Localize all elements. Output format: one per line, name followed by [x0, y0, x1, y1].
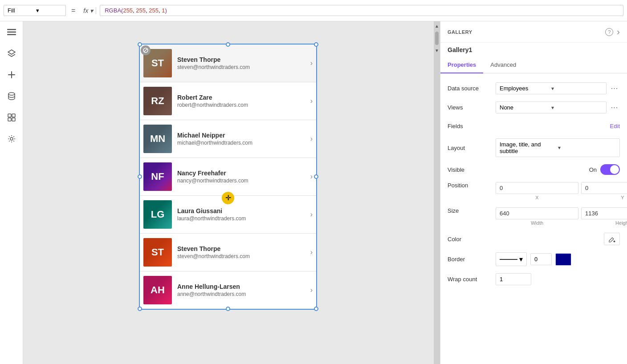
gallery-item[interactable]: AH Anne Hellung-Larsen anne@northwindtra… — [140, 271, 316, 309]
gallery-item[interactable]: ST Steven Thorpe steven@northwindtraders… — [140, 234, 316, 271]
gallery-item[interactable]: ST Steven Thorpe steven@northwindtraders… — [140, 44, 316, 82]
gallery-item-chevron-icon: › — [310, 248, 313, 256]
handle-top-left[interactable] — [138, 42, 142, 47]
fields-row: Fields Edit — [440, 117, 627, 135]
gallery-text: Michael Neipper michael@northwindtraders… — [177, 132, 307, 146]
gallery-item-name: Michael Neipper — [177, 132, 307, 139]
fill-dropdown[interactable]: Fill ▾ — [4, 5, 66, 16]
formula-text: RGBA(255, 255, 255, 1) — [105, 7, 167, 14]
scroll-down-arrow[interactable]: ▼ — [435, 47, 439, 54]
wrap-count-label: Wrap count — [448, 276, 492, 283]
border-line-preview — [500, 259, 517, 260]
views-dropdown[interactable]: None ▾ — [496, 101, 607, 113]
panel-title: GALLERY — [448, 29, 602, 35]
position-x-label: X — [496, 195, 578, 200]
border-row: Border ▾ — [440, 249, 627, 270]
layout-row: Layout Image, title, and subtitle ▾ — [440, 135, 627, 161]
tools-icon[interactable] — [4, 132, 19, 146]
formula-bar[interactable]: RGBA(255, 255, 255, 1) — [100, 5, 623, 16]
gallery-avatar: MN — [143, 125, 172, 153]
wrap-count-input[interactable] — [496, 273, 531, 285]
help-icon[interactable]: ? — [605, 28, 613, 36]
gallery-item-email: laura@northwindtraders.com — [177, 215, 307, 222]
handle-top-right[interactable] — [314, 42, 318, 47]
main-area: ST Steven Thorpe steven@northwindtraders… — [0, 21, 627, 364]
gallery-item[interactable]: NF Nancy Freehafer nancy@northwindtrader… — [140, 158, 316, 196]
svg-marker-3 — [8, 50, 15, 54]
gallery-item-email: nancy@northwindtraders.com — [177, 178, 307, 184]
svg-rect-7 — [8, 114, 11, 117]
fx-button[interactable]: fx ▾ — [81, 7, 96, 14]
svg-line-13 — [144, 49, 147, 52]
position-x-input[interactable] — [496, 182, 578, 194]
gallery-name-label: Gallery1 — [440, 43, 627, 57]
data-source-row: Data source Employees ▾ ··· — [440, 79, 627, 98]
gallery-item-name: Laura Giussani — [177, 207, 307, 214]
visible-toggle[interactable] — [600, 164, 620, 175]
svg-rect-9 — [8, 118, 11, 121]
size-width-input[interactable] — [496, 207, 578, 219]
gallery-avatar: NF — [143, 162, 172, 191]
gallery-item-name: Steven Thorpe — [177, 245, 307, 252]
position-y-input[interactable] — [581, 182, 627, 194]
data-source-control: Employees ▾ ··· — [496, 82, 620, 94]
border-style-dropdown[interactable]: ▾ — [496, 252, 527, 266]
layout-dropdown[interactable]: Image, title, and subtitle ▾ — [496, 138, 620, 157]
handle-bottom-right[interactable] — [314, 307, 318, 311]
visible-toggle-container: On — [589, 164, 620, 175]
gallery-item-chevron-icon: › — [310, 97, 313, 105]
handle-middle-right[interactable] — [314, 174, 318, 179]
position-group: X Y — [496, 182, 627, 200]
size-height-input[interactable] — [581, 207, 627, 219]
add-icon[interactable] — [4, 68, 19, 82]
visible-control: On — [496, 164, 620, 175]
views-value: None — [500, 104, 551, 111]
data-source-more-icon[interactable]: ··· — [609, 83, 620, 94]
color-picker-button[interactable] — [604, 233, 620, 245]
expand-icon[interactable]: › — [617, 27, 620, 37]
equals-symbol: = — [69, 7, 77, 15]
canvas-area[interactable]: ST Steven Thorpe steven@northwindtraders… — [23, 21, 434, 364]
data-source-dropdown[interactable]: Employees ▾ — [496, 82, 607, 94]
position-y-label: Y — [581, 195, 627, 200]
border-thickness-input[interactable] — [530, 253, 552, 265]
database-icon[interactable] — [4, 89, 19, 103]
layout-chevron-icon: ▾ — [558, 145, 616, 151]
size-row: Size Width Height — [440, 204, 627, 229]
scroll-up-arrow[interactable]: ▲ — [435, 22, 439, 30]
gallery-avatar: RZ — [143, 87, 172, 115]
components-icon[interactable] — [4, 110, 19, 125]
gallery-avatar: ST — [143, 238, 172, 267]
border-color-swatch[interactable] — [555, 253, 571, 266]
views-more-icon[interactable]: ··· — [609, 102, 620, 113]
canvas-scrollbar[interactable]: ▲ ▼ — [434, 21, 440, 364]
layout-label: Layout — [448, 145, 492, 151]
avatar-placeholder: RZ — [143, 87, 172, 115]
fields-edit-link[interactable]: Edit — [610, 123, 620, 129]
gallery-item[interactable]: RZ Robert Zare robert@northwindtraders.c… — [140, 82, 316, 120]
right-panel: GALLERY ? › Gallery1 Properties Advanced… — [440, 21, 627, 364]
color-label: Color — [448, 236, 492, 243]
gallery-text: Nancy Freehafer nancy@northwindtraders.c… — [177, 170, 307, 184]
gallery-item-email: michael@northwindtraders.com — [177, 140, 307, 146]
layers-icon[interactable] — [4, 46, 19, 61]
svg-rect-8 — [12, 114, 15, 117]
gallery-item[interactable]: LG Laura Giussani laura@northwindtraders… — [140, 196, 316, 234]
gallery-item[interactable]: MN Michael Neipper michael@northwindtrad… — [140, 120, 316, 158]
hamburger-icon[interactable] — [4, 25, 19, 39]
tab-properties[interactable]: Properties — [440, 57, 483, 73]
tab-advanced[interactable]: Advanced — [483, 57, 523, 73]
visible-label: Visible — [448, 166, 492, 173]
fx-chevron-icon: ▾ — [90, 7, 93, 14]
svg-point-11 — [10, 138, 13, 140]
handle-bottom-left[interactable] — [138, 307, 142, 311]
handle-top-center[interactable] — [226, 42, 230, 47]
top-toolbar: Fill ▾ = fx ▾ RGBA(255, 255, 255, 1) — [0, 0, 627, 21]
handle-middle-left[interactable] — [138, 174, 142, 179]
gallery-item-chevron-icon: › — [310, 173, 313, 181]
layout-value: Image, title, and subtitle — [500, 141, 558, 154]
color-control — [496, 233, 620, 245]
gallery-item-name: Anne Hellung-Larsen — [177, 283, 307, 290]
handle-bottom-center[interactable] — [226, 307, 230, 311]
scroll-thumb[interactable] — [435, 32, 439, 45]
